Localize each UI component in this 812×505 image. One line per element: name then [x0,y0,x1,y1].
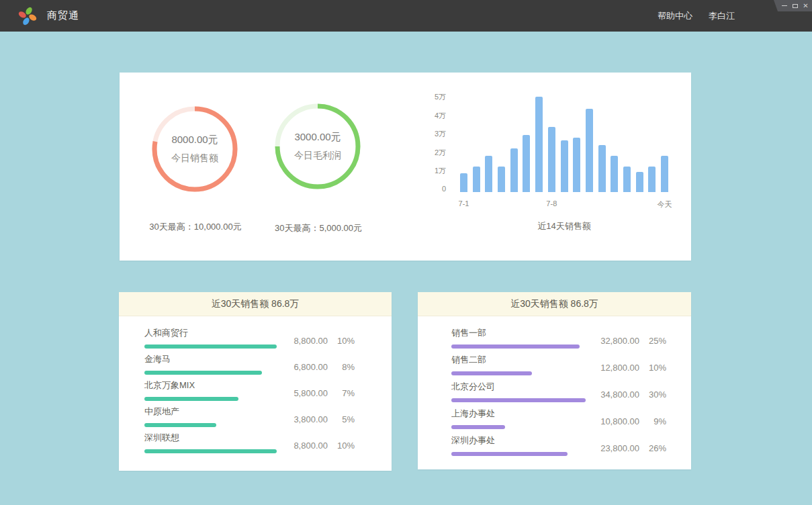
x-tick-label: 7-1 [459,199,469,208]
titlebar: 商贸通 帮助中心 李白江 ✕ [0,0,812,32]
row-percent: 25% [639,336,666,346]
sales-bar [535,97,543,192]
row-values: 8,800.00 10% [279,336,355,346]
row-percent: 7% [328,388,355,398]
row-amount: 32,800.00 [591,336,639,346]
row-percent: 9% [639,416,666,426]
row-amount: 12,800.00 [591,363,639,373]
row-percent: 5% [328,414,355,424]
pinwheel-logo-icon [17,6,38,26]
close-button[interactable]: ✕ [801,2,810,10]
y-tick-label: 3万 [414,129,446,138]
user-menu[interactable]: 李白江 [709,10,735,22]
y-tick-label: 5万 [414,92,446,101]
profit-30d-max: 30天最高：5,000.00元 [241,222,396,234]
row-progress-bar [451,345,580,349]
sales-bar-chart [460,97,668,192]
minimize-button[interactable] [780,2,788,10]
y-tick-label: 1万 [414,166,446,175]
sales-bar [648,167,656,192]
today-sales-label: 今日销售额 [171,152,218,165]
sales-bar [611,156,618,192]
customers-sales-card: 近30天销售额 86.8万 人和商贸行 8,800.00 10% 金海马 6,8… [119,292,392,471]
today-sales-gauge: 8000.00元 今日销售额 [149,103,240,195]
sales-bar [573,138,580,192]
departments-list: 销售一部 32,800.00 25% 销售二部 12,800.00 10% 北京… [418,316,691,461]
help-center-link[interactable]: 帮助中心 [658,10,692,22]
row-amount: 8,800.00 [279,336,328,346]
sales-list-row: 人和商贸行 8,800.00 10% [144,327,355,353]
row-values: 34,800.00 30% [591,389,666,400]
row-values: 23,800.00 26% [591,443,666,453]
sales-bar [510,148,518,192]
row-values: 32,800.00 25% [591,336,666,346]
sales-list-row: 北京万象MIX 5,800.00 7% [144,379,355,406]
sales-list-row: 北京分公司 34,800.00 30% [451,381,666,408]
row-amount: 23,800.00 [591,443,639,453]
row-values: 6,800.00 8% [279,362,355,372]
sales-bar [460,173,467,192]
row-progress-bar [451,371,532,375]
row-values: 3,800.00 5% [279,414,355,424]
sales-list-row: 金海马 6,800.00 8% [144,353,355,379]
close-icon: ✕ [803,3,808,9]
sales-bar [586,109,593,192]
sales-bar [636,172,643,192]
card-title: 近30天销售额 86.8万 [119,292,392,316]
sales-list-row: 上海办事处 10,800.00 9% [451,408,666,434]
customers-list: 人和商贸行 8,800.00 10% 金海马 6,800.00 8% 北京万象M… [119,316,392,458]
sales-bar [473,167,480,192]
today-profit-value: 3000.00元 [294,131,341,144]
sales-bar [548,127,555,192]
row-amount: 3,800.00 [279,414,328,424]
row-percent: 26% [639,443,666,453]
sales-bar [623,167,631,192]
row-percent: 10% [328,336,355,346]
overview-card: 8000.00元 今日销售额 30天最高：10,000.00元 3000.00元… [120,73,691,261]
y-tick-label: 4万 [414,111,446,120]
row-progress-bar [451,398,586,402]
titlebar-right: 帮助中心 李白江 [658,0,735,32]
row-values: 5,800.00 7% [279,388,355,398]
row-values: 12,800.00 10% [591,363,666,373]
window-controls: ✕ [774,0,812,11]
app-title: 商贸通 [47,9,79,22]
maximize-button[interactable] [791,2,799,10]
row-amount: 8,800.00 [279,441,328,451]
bar-chart-title: 近14天销售额 [460,220,668,232]
row-progress-bar [451,452,568,456]
y-tick-label: 2万 [414,148,446,157]
row-percent: 10% [639,363,666,373]
gauge-center-text: 8000.00元 今日销售额 [149,103,240,195]
row-percent: 8% [328,362,355,372]
row-progress-bar [144,371,262,375]
gauge-center-text: 3000.00元 今日毛利润 [272,101,363,192]
sales-bar [598,145,606,192]
maximize-icon [793,4,798,8]
minimize-icon [782,5,787,6]
sales-list-row: 深圳办事处 23,800.00 26% [451,434,666,461]
row-amount: 5,800.00 [279,388,328,398]
sales-bar [523,135,530,192]
row-progress-bar [144,449,277,453]
today-profit-label: 今日毛利润 [294,150,341,162]
row-amount: 34,800.00 [591,389,639,400]
sales-bar [561,140,568,192]
sales-list-row: 中原地产 3,800.00 5% [144,406,355,432]
row-values: 8,800.00 10% [279,441,355,451]
row-progress-bar [144,397,238,401]
departments-sales-card: 近30天销售额 86.8万 销售一部 32,800.00 25% 销售二部 12… [418,292,691,469]
sales-bar [498,167,505,192]
bar-chart-x-axis: 7-17-8今天 [460,199,668,209]
today-sales-value: 8000.00元 [171,134,218,146]
row-amount: 6,800.00 [279,362,328,372]
row-values: 10,800.00 9% [591,416,666,426]
row-progress-bar [144,345,277,349]
sales-list-row: 销售二部 12,800.00 10% [451,354,666,381]
card-title: 近30天销售额 86.8万 [418,292,691,316]
row-percent: 30% [639,389,666,400]
sales-bar [485,156,492,192]
row-progress-bar [451,425,505,429]
x-tick-label: 7-8 [546,199,557,208]
x-tick-label: 今天 [658,199,672,210]
